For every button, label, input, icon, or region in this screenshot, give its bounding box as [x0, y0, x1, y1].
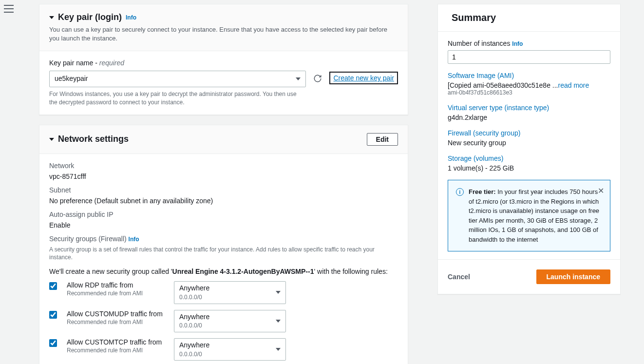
sg-desc: A security group is a set of firewall ru… [49, 246, 398, 262]
summary-title: Summary [452, 12, 496, 23]
keypair-select[interactable]: ue5keypair [49, 71, 306, 87]
keypair-panel: Key pair (login) Info You can use a key … [39, 4, 408, 115]
keypair-info-link[interactable]: Info [126, 14, 136, 21]
sg-create-text: We'll create a new security group called… [49, 268, 398, 275]
chevron-down-icon [49, 16, 54, 19]
summary-storage-link[interactable]: Storage (volumes) [448, 154, 610, 162]
chevron-down-icon [296, 77, 301, 80]
free-tier-notice: i Free tier: In your first year includes… [448, 180, 610, 251]
keypair-help: For Windows instances, you use a key pai… [49, 90, 306, 107]
chevron-down-icon [49, 138, 54, 141]
security-groups-label: Security groups (Firewall) Info [49, 235, 398, 243]
create-keypair-link[interactable]: Create new key pair [329, 72, 398, 84]
sg-rule-source-select[interactable]: Anywhere 0.0.0.0/0 [174, 310, 286, 332]
subnet-value: No preference (Default subnet in any ava… [49, 197, 398, 205]
keypair-header-toggle[interactable]: Key pair (login) Info [49, 12, 398, 22]
launch-instance-button[interactable]: Launch instance [536, 269, 610, 284]
summary-ami-link[interactable]: Software Image (AMI) [448, 72, 610, 79]
network-panel: Network settings Edit Network vpc-8571cf… [39, 125, 408, 364]
chevron-down-icon [276, 320, 281, 323]
refresh-icon[interactable] [313, 74, 322, 83]
network-value: vpc-8571cfff [49, 172, 398, 180]
readmore-link[interactable]: read more [558, 81, 589, 89]
keypair-name-label: Key pair name - required [49, 59, 398, 67]
summary-firewall-link[interactable]: Firewall (security group) [448, 129, 610, 137]
chevron-down-icon [276, 348, 281, 351]
keypair-select-value: ue5keypair [55, 75, 88, 82]
sg-rule-label: Allow CUSTOMTCP traffic from [67, 338, 164, 346]
chevron-down-icon [276, 291, 281, 294]
summary-type-link[interactable]: Virtual server type (instance type) [448, 104, 610, 112]
summary-ami-id: ami-0b4f37d51c86613e3 [448, 89, 610, 96]
sg-rule-recommended: Recommended rule from AMI [67, 347, 164, 354]
sg-rule-checkbox[interactable] [49, 282, 57, 290]
close-icon[interactable]: ✕ [598, 185, 604, 197]
public-ip-value: Enable [49, 221, 398, 229]
sg-rule-row: Allow CUSTOMTCP traffic from Recommended… [49, 338, 398, 361]
sg-rule-checkbox[interactable] [49, 311, 57, 319]
menu-toggle[interactable] [4, 5, 14, 13]
summary-storage-value: 1 volume(s) - 225 GiB [448, 164, 610, 172]
summary-ami-value: [Copied ami-05e8aeed030c51e8e ...read mo… [448, 81, 610, 89]
network-title: Network settings [58, 134, 129, 144]
keypair-desc: You can use a key pair to securely conne… [49, 25, 398, 43]
summary-firewall-value: New security group [448, 139, 610, 147]
sg-info-link[interactable]: Info [129, 236, 139, 243]
sg-rule-label: Allow RDP traffic from [67, 281, 164, 289]
info-icon: i [456, 188, 464, 196]
sg-rule-source-select[interactable]: Anywhere 0.0.0.0/0 [174, 281, 286, 304]
sg-rule-row: Allow CUSTOMUDP traffic from Recommended… [49, 310, 398, 332]
summary-header-toggle[interactable]: Summary [438, 4, 620, 31]
num-instances-input[interactable] [448, 50, 610, 64]
public-ip-label: Auto-assign public IP [49, 211, 398, 218]
keypair-title: Key pair (login) [58, 12, 122, 22]
sg-rule-checkbox[interactable] [49, 339, 57, 347]
summary-panel: Summary Number of instances Info Softwar… [437, 4, 621, 294]
sg-rule-recommended: Recommended rule from AMI [67, 319, 164, 326]
sg-rule-row: Allow RDP traffic from Recommended rule … [49, 281, 398, 304]
subnet-label: Subnet [49, 186, 398, 194]
network-label: Network [49, 162, 398, 170]
cancel-button[interactable]: Cancel [448, 273, 470, 281]
sg-rule-source-select[interactable]: Anywhere 0.0.0.0/0 [174, 338, 286, 361]
num-instances-info-link[interactable]: Info [512, 40, 523, 47]
sg-rule-label: Allow CUSTOMUDP traffic from [67, 310, 164, 318]
edit-network-button[interactable]: Edit [367, 133, 398, 146]
sg-rule-recommended: Recommended rule from AMI [67, 290, 164, 297]
num-instances-label: Number of instances Info [448, 39, 523, 47]
summary-type-value: g4dn.2xlarge [448, 114, 610, 121]
